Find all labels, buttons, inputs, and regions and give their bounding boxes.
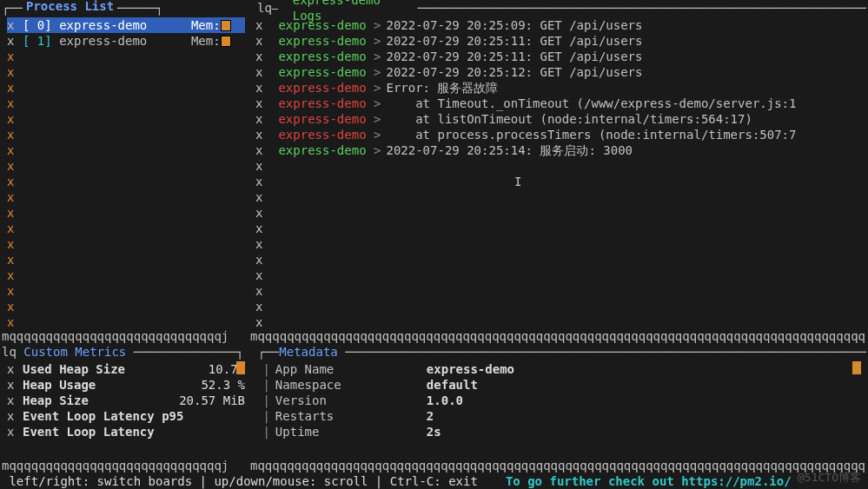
row-marker-icon: x bbox=[255, 64, 271, 80]
process-index: [ 0] bbox=[23, 17, 59, 33]
row-marker-icon: x bbox=[7, 64, 23, 80]
row-marker-icon: | bbox=[255, 409, 270, 423]
log-message: at Timeout._onTimeout (/www/express-demo… bbox=[381, 96, 796, 111]
custom-metrics-panel: lq Custom Metrics ──────────────┐ xUsed … bbox=[2, 344, 250, 458]
row-marker-icon: x bbox=[255, 33, 271, 49]
empty-row: x bbox=[255, 236, 861, 252]
row-marker-icon: x bbox=[255, 252, 271, 268]
logs-body[interactable]: x express-demo >2022-07-29 20:25:09: GET… bbox=[250, 16, 866, 328]
metadata-label: Namespace bbox=[270, 377, 427, 393]
metric-row: xHeap Size20.57 MiB bbox=[7, 393, 245, 408]
log-line: x express-demo >2022-07-29 20:25:09: GET… bbox=[255, 17, 861, 33]
row-marker-icon: | bbox=[255, 378, 270, 392]
metadata-label: Uptime bbox=[270, 424, 427, 439]
empty-row: x bbox=[7, 205, 245, 221]
row-marker-icon: x bbox=[255, 299, 271, 314]
metadata-value: 1.0.0 bbox=[427, 393, 463, 408]
metric-label: Heap Size bbox=[23, 393, 89, 407]
log-separator: > bbox=[374, 111, 381, 127]
empty-row: x bbox=[7, 127, 245, 142]
log-process-name: express-demo bbox=[271, 64, 374, 80]
row-marker-icon: x bbox=[255, 96, 271, 111]
empty-row: x bbox=[7, 221, 245, 236]
row-marker-icon: x bbox=[7, 142, 23, 158]
row-marker-icon: | bbox=[255, 425, 270, 439]
log-process-name: express-demo bbox=[271, 80, 374, 96]
empty-row: x bbox=[255, 205, 861, 221]
row-marker-icon: x bbox=[7, 299, 23, 314]
mem-label: Mem: bbox=[191, 33, 221, 49]
log-separator: > bbox=[374, 96, 381, 111]
row-marker-icon: x bbox=[255, 127, 271, 142]
metadata-row: |App Nameexpress-demo bbox=[255, 361, 861, 377]
footer-link[interactable]: To go further check out https://pm2.io/ bbox=[506, 473, 792, 489]
row-marker-icon: x bbox=[7, 221, 23, 236]
metadata-row: |Restarts2 bbox=[255, 408, 861, 424]
row-marker-icon: x bbox=[7, 361, 23, 377]
row-marker-icon: x bbox=[7, 49, 23, 64]
log-process-name: express-demo bbox=[271, 142, 374, 158]
logs-panel: lq— express-demo Logs ──────────────────… bbox=[250, 0, 866, 328]
row-marker-icon: x bbox=[7, 205, 23, 221]
row-marker-icon: x bbox=[255, 283, 271, 299]
empty-row: x bbox=[7, 268, 245, 283]
metadata-row: |Uptime2s bbox=[255, 424, 861, 439]
empty-row: x bbox=[255, 283, 861, 299]
row-marker-icon: x bbox=[255, 142, 271, 158]
empty-row: x bbox=[7, 189, 245, 205]
row-marker-icon: x bbox=[255, 189, 271, 205]
log-line: x express-demo > at listOnTimeout (node:… bbox=[255, 111, 861, 127]
divider-border: mqqqqqqqqqqqqqqqqqqqqqqqqqqqqqj bbox=[2, 458, 250, 473]
metadata-panel: ┌── Metadata ───────────────────────────… bbox=[250, 344, 866, 458]
row-marker-icon: x bbox=[255, 17, 271, 33]
process-index: [ 1] bbox=[23, 33, 59, 49]
empty-row: x bbox=[255, 268, 861, 283]
empty-row: x bbox=[7, 283, 245, 299]
log-message: 2022-07-29 20:25:09: GET /api/users bbox=[381, 17, 642, 33]
metric-row: xEvent Loop Latency p95 bbox=[7, 408, 245, 424]
log-message: 2022-07-29 20:25:11: GET /api/users bbox=[381, 33, 642, 49]
log-line: x express-demo >2022-07-29 20:25:14: 服务启… bbox=[255, 142, 861, 158]
log-message: 2022-07-29 20:25:11: GET /api/users bbox=[381, 49, 642, 64]
row-marker-icon: x bbox=[7, 393, 23, 408]
log-process-name: express-demo bbox=[271, 111, 374, 127]
log-process-name: express-demo bbox=[271, 49, 374, 64]
empty-row: x bbox=[7, 111, 245, 127]
row-marker-icon: x bbox=[7, 377, 23, 393]
metadata-row: |Version1.0.0 bbox=[255, 393, 861, 408]
metadata-label: App Name bbox=[270, 361, 427, 377]
empty-row: x bbox=[7, 96, 245, 111]
process-name: express-demo bbox=[59, 17, 191, 33]
row-marker-icon: x bbox=[7, 408, 23, 424]
metadata-body: |App Nameexpress-demo |Namespacedefault … bbox=[250, 360, 866, 441]
empty-row: x bbox=[7, 174, 245, 189]
process-list-title: Process List bbox=[23, 0, 117, 14]
empty-row: x bbox=[255, 299, 861, 314]
metric-row: xHeap Usage52.3 % bbox=[7, 377, 245, 393]
process-list-panel: ┌── Process List ─────────────────┐ x[ 0… bbox=[2, 0, 250, 328]
log-separator: > bbox=[374, 64, 381, 80]
mem-usage-bar-icon bbox=[221, 20, 231, 31]
log-separator: > bbox=[374, 80, 381, 96]
log-line: x express-demo > at process.processTimer… bbox=[255, 127, 861, 142]
mem-usage-bar-icon bbox=[221, 36, 231, 47]
log-process-name: express-demo bbox=[271, 17, 374, 33]
process-row[interactable]: x[ 1] express-demo Mem: bbox=[7, 33, 245, 49]
log-message: at listOnTimeout (node:internal/timers:5… bbox=[381, 111, 752, 127]
row-marker-icon: x bbox=[7, 283, 23, 299]
metric-label: Used Heap Size bbox=[23, 362, 125, 376]
metric-label: Event Loop Latency p95 bbox=[23, 409, 183, 423]
empty-row: x bbox=[7, 314, 245, 328]
metadata-label: Version bbox=[270, 393, 427, 408]
metadata-title: Metadata bbox=[279, 344, 337, 360]
row-marker-icon: x bbox=[7, 127, 23, 142]
metric-label: Event Loop Latency bbox=[23, 425, 155, 439]
row-marker-icon: x bbox=[255, 174, 271, 189]
row-marker-icon: x bbox=[7, 33, 23, 49]
process-row[interactable]: x[ 0] express-demo Mem: bbox=[7, 17, 245, 33]
process-list-body[interactable]: x[ 0] express-demo Mem:x[ 1] express-dem… bbox=[2, 16, 250, 328]
log-separator: > bbox=[374, 142, 381, 158]
log-separator: > bbox=[374, 127, 381, 142]
log-line: x express-demo >Error: 服务器故障 bbox=[255, 80, 861, 96]
row-marker-icon: x bbox=[255, 205, 271, 221]
